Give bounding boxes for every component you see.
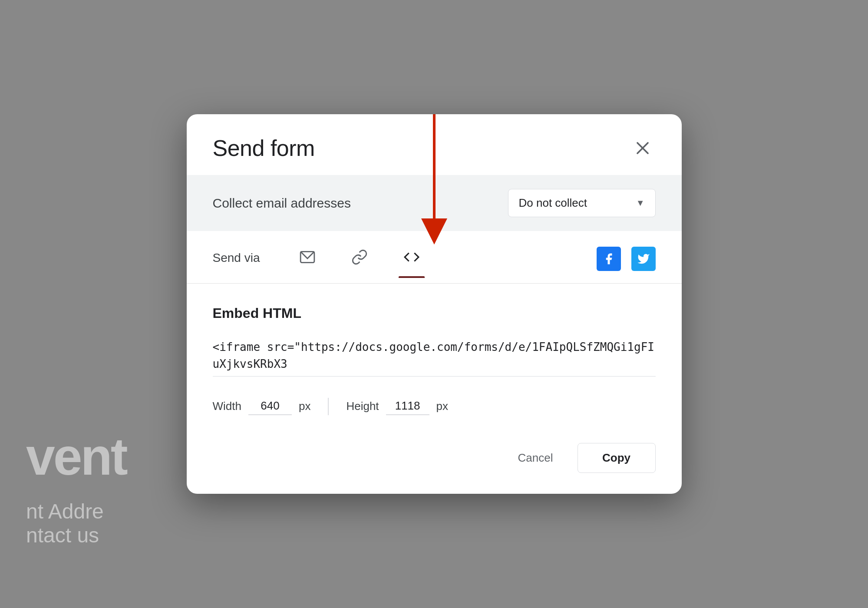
dialog-header: Send form [187, 114, 682, 175]
send-via-tabs [294, 252, 570, 278]
tab-email[interactable] [294, 252, 320, 278]
send-form-dialog: Send form Collect email addresses Do not… [187, 114, 682, 494]
dialog-body: Embed HTML <iframe src="https://docs.goo… [187, 284, 682, 433]
collect-email-dropdown[interactable]: Do not collect ▼ [508, 189, 656, 217]
send-via-label: Send via [213, 251, 260, 279]
dialog-backdrop: Send form Collect email addresses Do not… [0, 0, 868, 608]
width-unit: px [299, 400, 310, 413]
dimension-divider [328, 398, 329, 415]
collect-email-label: Collect email addresses [213, 196, 351, 211]
chevron-down-icon: ▼ [636, 198, 645, 208]
width-label: Width [213, 400, 241, 413]
cancel-button[interactable]: Cancel [504, 443, 567, 473]
collect-dropdown-value: Do not collect [519, 196, 626, 210]
dialog-title: Send form [213, 135, 315, 161]
send-via-row: Send via [187, 231, 682, 284]
embed-code[interactable]: <iframe src="https://docs.google.com/for… [213, 335, 656, 377]
width-input[interactable] [248, 397, 292, 415]
height-group: Height px [346, 397, 448, 415]
width-group: Width px [213, 397, 311, 415]
twitter-share-button[interactable] [631, 247, 656, 271]
dialog-footer: Cancel Copy [187, 433, 682, 494]
copy-button[interactable]: Copy [578, 443, 656, 473]
tab-link[interactable] [347, 252, 373, 278]
embed-section-title: Embed HTML [213, 305, 656, 321]
height-input[interactable] [386, 397, 429, 415]
tab-embed[interactable] [399, 252, 425, 278]
dimensions-row: Width px Height px [213, 397, 656, 415]
height-label: Height [346, 400, 379, 413]
collect-email-row: Collect email addresses Do not collect ▼ [187, 175, 682, 231]
social-tabs [597, 247, 656, 283]
height-unit: px [436, 400, 448, 413]
facebook-share-button[interactable] [597, 247, 621, 271]
close-button[interactable] [630, 135, 656, 161]
